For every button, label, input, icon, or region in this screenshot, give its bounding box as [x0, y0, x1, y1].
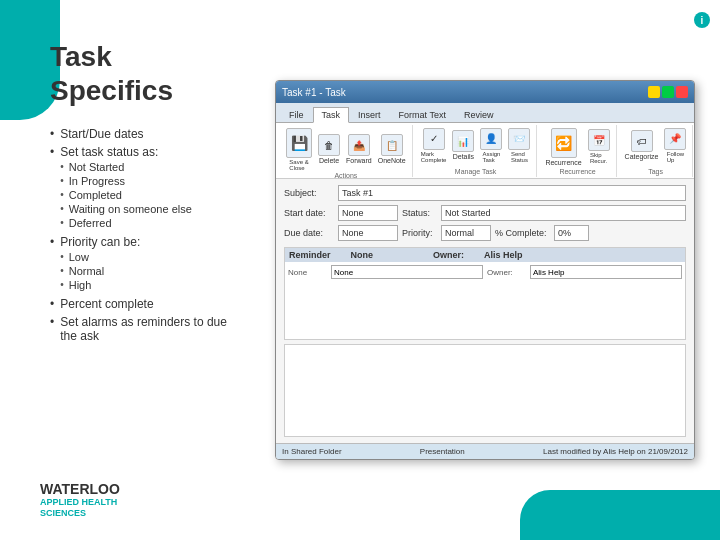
- slide-title: Task Specifics: [50, 40, 240, 107]
- assign-task-button[interactable]: 👤 AssignTask: [478, 127, 504, 164]
- onenote-icon: 📋: [381, 134, 403, 156]
- subject-input[interactable]: [338, 185, 686, 201]
- start-date-input[interactable]: [338, 205, 398, 221]
- categorize-icon: 🏷: [631, 130, 653, 152]
- onenote-button[interactable]: 📋 OneNote: [376, 133, 408, 165]
- recurrence-button[interactable]: 🔁 Recurrence: [543, 127, 583, 167]
- complete-label: % Complete:: [495, 228, 550, 238]
- restore-button[interactable]: [662, 86, 674, 98]
- save-close-icon: 💾: [286, 128, 312, 158]
- reminder-none-label: None: [288, 268, 328, 277]
- assign-task-icon: 👤: [480, 128, 502, 150]
- status-completed: Completed: [60, 189, 192, 201]
- notes-area[interactable]: [284, 344, 686, 437]
- reminder-col-right: Owner:: [487, 265, 682, 336]
- tab-format-text[interactable]: Format Text: [390, 107, 455, 122]
- reminder-header-col2: None: [351, 250, 374, 260]
- recurrence-label: Recurrence: [559, 168, 595, 175]
- skip-recurrence-button[interactable]: 📅 SkipRecur.: [586, 128, 612, 165]
- status-bar-center: Presentation: [420, 447, 465, 456]
- categorize-button[interactable]: 🏷 Categorize: [623, 129, 661, 161]
- actions-buttons: 💾 Save &Close 🗑 Delete 📤 Forward 📋: [284, 127, 408, 172]
- reminder-none-input[interactable]: [331, 265, 483, 279]
- save-close-button[interactable]: 💾 Save &Close: [284, 127, 314, 172]
- reminders-area: Reminder None Owner: Alis Help None: [284, 247, 686, 340]
- status-waiting: Waiting on someone else: [60, 203, 192, 215]
- skip-recurrence-icon: 📅: [588, 129, 610, 151]
- ribbon-group-tags: 🏷 Categorize 📌 FollowUp Tags: [619, 125, 694, 177]
- owner-field: Owner:: [487, 265, 682, 279]
- manage-buttons: ✓ MarkComplete 📊 Details 👤 AssignTask: [419, 127, 533, 164]
- subject-label: Subject:: [284, 188, 334, 198]
- info-button[interactable]: i: [694, 12, 710, 28]
- due-date-label: Due date:: [284, 228, 334, 238]
- ribbon-toolbar: 💾 Save &Close 🗑 Delete 📤 Forward 📋: [276, 123, 694, 179]
- reminders-body: None Owner:: [285, 262, 685, 339]
- status-bar: In Shared Folder Presentation Last modif…: [276, 443, 694, 459]
- owner-label: Owner:: [487, 268, 527, 277]
- mark-complete-icon: ✓: [423, 128, 445, 150]
- follow-up-icon: 📌: [664, 128, 686, 150]
- priority-sub-list: Low Normal High: [60, 251, 140, 291]
- delete-icon: 🗑: [318, 134, 340, 156]
- manage-label: Manage Task: [455, 168, 497, 175]
- actions-label: Actions: [334, 172, 357, 179]
- send-status-button[interactable]: 📨 SendStatus: [506, 127, 532, 164]
- right-panel: Task #1 - Task File Task Insert Format T…: [270, 0, 720, 540]
- subject-row: Subject:: [284, 185, 686, 201]
- status-bar-right: Last modified by Alis Help on 21/09/2012: [543, 447, 688, 456]
- status-deferred: Deferred: [60, 217, 192, 229]
- status-input[interactable]: [441, 205, 686, 221]
- reminder-header-col1: Reminder: [289, 250, 331, 260]
- due-priority-row: Due date: Priority: % Complete:: [284, 225, 686, 241]
- ribbon-group-recurrence: 🔁 Recurrence 📅 SkipRecur. Recurrence: [539, 125, 616, 177]
- status-label: Status:: [402, 208, 437, 218]
- bullet-start-due: Start/Due dates: [50, 127, 240, 141]
- details-button[interactable]: 📊 Details: [450, 129, 476, 161]
- status-sub-list: Not Started In Progress Completed Waitin…: [60, 161, 192, 229]
- priority-low: Low: [60, 251, 140, 263]
- main-bullet-list: Start/Due dates Set task status as: Not …: [50, 127, 240, 347]
- status-bar-left: In Shared Folder: [282, 447, 342, 456]
- task-form: Subject: Start date: Status: Due date: P…: [276, 179, 694, 443]
- owner-input[interactable]: [530, 265, 682, 279]
- tags-label: Tags: [648, 168, 663, 175]
- tab-file[interactable]: File: [280, 107, 313, 122]
- recurrence-icon: 🔁: [551, 128, 577, 158]
- outlook-window: Task #1 - Task File Task Insert Format T…: [275, 80, 695, 460]
- mark-complete-button[interactable]: ✓ MarkComplete: [419, 127, 449, 164]
- tab-insert[interactable]: Insert: [349, 107, 390, 122]
- forward-button[interactable]: 📤 Forward: [344, 133, 374, 165]
- bullet-set-status: Set task status as: Not Started In Progr…: [50, 145, 240, 231]
- bullet-percent: Percent complete: [50, 297, 240, 311]
- bullet-alarms: Set alarms as reminders to due the ask: [50, 315, 240, 343]
- minimize-button[interactable]: [648, 86, 660, 98]
- send-status-icon: 📨: [508, 128, 530, 150]
- priority-label: Priority:: [402, 228, 437, 238]
- complete-input[interactable]: [554, 225, 589, 241]
- tags-buttons: 🏷 Categorize 📌 FollowUp: [623, 127, 689, 164]
- status-in-progress: In Progress: [60, 175, 192, 187]
- recurrence-buttons: 🔁 Recurrence 📅 SkipRecur.: [543, 127, 611, 167]
- owner-header-col3: Owner:: [433, 250, 464, 260]
- reminder-col-left: None: [288, 265, 483, 336]
- info-icon-text: i: [701, 15, 704, 26]
- close-button[interactable]: [676, 86, 688, 98]
- tab-review[interactable]: Review: [455, 107, 503, 122]
- details-icon: 📊: [452, 130, 474, 152]
- logo-sub1: APPLIED HEALTH: [40, 497, 120, 509]
- reminders-header: Reminder None Owner: Alis Help: [285, 248, 685, 262]
- tab-task[interactable]: Task: [313, 107, 350, 123]
- start-date-label: Start date:: [284, 208, 334, 218]
- logo-sub2: SCIENCES: [40, 508, 120, 520]
- due-date-input[interactable]: [338, 225, 398, 241]
- logo-name: WATERLOO: [40, 481, 120, 497]
- delete-button[interactable]: 🗑 Delete: [316, 133, 342, 165]
- ribbon-group-manage: ✓ MarkComplete 📊 Details 👤 AssignTask: [415, 125, 538, 177]
- priority-high: High: [60, 279, 140, 291]
- priority-input[interactable]: [441, 225, 491, 241]
- content-area: Task Specifics Start/Due dates Set task …: [0, 0, 720, 540]
- follow-up-button[interactable]: 📌 FollowUp: [662, 127, 688, 164]
- status-priority-row: Start date: Status:: [284, 205, 686, 221]
- ribbon-group-actions: 💾 Save &Close 🗑 Delete 📤 Forward 📋: [280, 125, 413, 177]
